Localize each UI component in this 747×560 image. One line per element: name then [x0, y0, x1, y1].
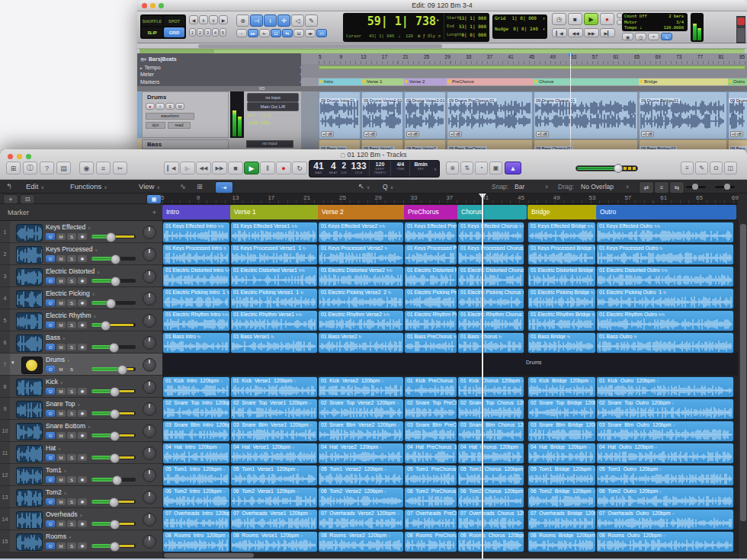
- volume-slider[interactable]: [91, 235, 136, 238]
- add-marker-icon[interactable]: +: [152, 204, 156, 221]
- close-button[interactable]: [142, 3, 147, 8]
- audio-region[interactable]: 01 Bass Verse1↻: [230, 332, 318, 354]
- audio-region[interactable]: 01 Electric Picking Outro_1↻: [596, 288, 734, 309]
- freeze-button[interactable]: ✱: [78, 520, 87, 527]
- solo-button[interactable]: S: [67, 454, 76, 461]
- audio-region[interactable]: 07_Overheads_Outro_120bpm○: [596, 509, 734, 530]
- arrangement-marker[interactable]: PreChorus: [404, 205, 460, 219]
- audio-region[interactable]: 09 Drums PreChorus-01+0 dB: [447, 91, 533, 139]
- snap-option-icon[interactable]: ≡: [654, 181, 669, 194]
- mute-button[interactable]: M: [56, 277, 66, 284]
- track-waveform-icon[interactable]: [16, 511, 43, 529]
- audio-region[interactable]: 01 Keys Effected Chorus↻↻: [457, 222, 524, 243]
- freeze-button[interactable]: ✱: [78, 255, 87, 262]
- arrangement-marker[interactable]: Outro: [596, 205, 736, 219]
- audio-region[interactable]: 07_Overheads_Verse1_120bpm○: [230, 509, 318, 530]
- solo-button[interactable]: S: [67, 542, 76, 549]
- audio-region[interactable]: 01 Electric Picking Verse1_1↻: [230, 288, 318, 309]
- audio-region[interactable]: 09 Drums Intro-01+0 dB: [319, 91, 361, 139]
- mirror-midi-icon[interactable]: ⇆: [282, 29, 293, 37]
- freeze-button[interactable]: ✱: [78, 299, 87, 306]
- audio-region[interactable]: 01 Electric Picking Chorus↻: [457, 288, 524, 309]
- pencil-tool[interactable]: ✎: [305, 14, 318, 27]
- pointer-tool-menu[interactable]: ↖∨: [358, 180, 370, 194]
- audio-region[interactable]: 06_Tom2_Chorus_120bpm○: [457, 487, 524, 508]
- track-waveform-icon[interactable]: [16, 224, 43, 242]
- audio-region[interactable]: 02_Snare_Top_Verse1_120bpm○: [230, 398, 318, 420]
- quick-help-icon[interactable]: ?: [40, 162, 54, 174]
- vscroll-thumb[interactable]: [740, 224, 746, 521]
- audio-region[interactable]: 01 Electric Rhythm Bridge↻↻: [527, 310, 596, 331]
- audio-region[interactable]: 01_Kick_Verse2_120bpm○: [318, 376, 404, 398]
- track-name[interactable]: Electric Picking∨: [46, 290, 95, 297]
- volume-slider[interactable]: [91, 367, 136, 371]
- freeze-button[interactable]: ✱: [78, 432, 87, 439]
- audio-region[interactable]: 01 Bass Bridge↻: [527, 332, 596, 354]
- play-button[interactable]: ▶: [244, 162, 259, 174]
- volume-slider[interactable]: [91, 323, 136, 327]
- audio-region[interactable]: 01 Keys Processed Outro↻: [596, 244, 734, 265]
- clip-gain-badge[interactable]: +0 dB: [641, 131, 654, 137]
- audio-region[interactable]: 02_Snare_Top_Verse2_120bpm○: [318, 398, 404, 420]
- snap-option-icon[interactable]: ⇆: [669, 181, 684, 194]
- volume-knob[interactable]: [109, 343, 119, 353]
- zoom-button[interactable]: [159, 3, 164, 8]
- record-button[interactable]: ●: [276, 162, 291, 174]
- zoom-arrow-button[interactable]: ◀: [189, 15, 198, 24]
- solo-button[interactable]: S: [67, 277, 76, 284]
- power-button[interactable]: ʘ: [46, 388, 55, 395]
- mute-button[interactable]: M: [56, 410, 66, 417]
- track-header-snare-top[interactable]: 9Snare Top∨ʘMS✱: [0, 398, 162, 420]
- volume-slider[interactable]: [91, 257, 136, 261]
- grabber-tool[interactable]: ✛: [277, 14, 290, 27]
- track-waveform-icon[interactable]: [16, 489, 43, 507]
- audio-region[interactable]: 01 Bass Chorus↻: [457, 332, 524, 354]
- track-header-tom2[interactable]: 13Tom2∨ʘMS✱: [0, 486, 162, 508]
- link-track-icon[interactable]: ⊡: [271, 29, 281, 37]
- audio-region[interactable]: 04_Hat_Verse1_120bpm○: [230, 443, 318, 464]
- count-in-icon[interactable]: ◷: [635, 33, 646, 40]
- spot-mode-button[interactable]: SPOT: [164, 16, 184, 26]
- bars-beats-ruler[interactable]: 5913172125293337414549535761656973778185: [301, 53, 747, 65]
- volume-knob[interactable]: [110, 431, 120, 441]
- freeze-button[interactable]: ✱: [78, 476, 87, 483]
- audio-region[interactable]: 01 Electric Distorted PreChorus↻↻: [404, 266, 457, 287]
- audio-region[interactable]: 01 Keys Effected Bridge↻↻: [527, 222, 596, 243]
- freeze-button[interactable]: ✱: [78, 454, 87, 461]
- audio-region[interactable]: 04_Hat_Chorus_120bpm○: [457, 443, 524, 464]
- mute-button[interactable]: M: [175, 103, 184, 110]
- volume-slider[interactable]: [91, 544, 136, 548]
- go-to-end-button[interactable]: ▶▎: [600, 28, 615, 37]
- track-name[interactable]: Overheads∨: [46, 510, 82, 518]
- arrangement-marker[interactable]: Bridge: [527, 205, 598, 219]
- volume-knob[interactable]: [614, 164, 623, 173]
- play-from-selection-button[interactable]: ▶: [180, 162, 195, 174]
- audio-region[interactable]: 01_Kick_Outro_120bpm○: [596, 376, 734, 398]
- power-button[interactable]: ʘ: [46, 476, 55, 483]
- audio-region[interactable]: 09 Bass Bridge-02: [639, 139, 727, 149]
- snap-option-icon[interactable]: ⇄: [639, 181, 654, 194]
- freeze-button[interactable]: ✱: [78, 542, 87, 549]
- volume-readout[interactable]: vol -1.3: [248, 113, 271, 117]
- output-path-chip[interactable]: Main Out L/R: [247, 102, 299, 111]
- snap-chevron[interactable]: ∨: [545, 180, 548, 194]
- power-button[interactable]: ʘ: [46, 520, 55, 527]
- freeze-button[interactable]: ✱: [78, 322, 87, 328]
- flex-icon[interactable]: ⊞: [197, 180, 203, 194]
- mute-button[interactable]: M: [56, 344, 66, 350]
- audio-region[interactable]: 01_Kick_Bridge_120bpm○: [527, 376, 596, 398]
- audio-region[interactable]: 01 Electric Distorted Verse2↻↻: [318, 266, 404, 287]
- clip-gain-badge[interactable]: +0 dB: [449, 131, 462, 137]
- forward-button[interactable]: ▶▶: [212, 162, 227, 174]
- track-waveform-icon[interactable]: [16, 246, 43, 264]
- pan-knob[interactable]: [143, 424, 156, 438]
- audio-region[interactable]: 04_Hat_PreChorus_120bpm○: [404, 443, 457, 464]
- volume-slider[interactable]: [91, 434, 136, 437]
- volume-slider[interactable]: [91, 411, 136, 415]
- horizontal-scrollbar[interactable]: [162, 552, 738, 558]
- audio-region[interactable]: 08_Rooms_Intro_120bpm○: [162, 531, 230, 552]
- track-header-tom1[interactable]: 12Tom1∨ʘMS✱: [0, 464, 162, 486]
- trim-tool[interactable]: ⊣: [250, 14, 263, 27]
- return-to-zero-button[interactable]: ▎◀: [552, 28, 567, 37]
- volume-slider[interactable]: [91, 345, 136, 349]
